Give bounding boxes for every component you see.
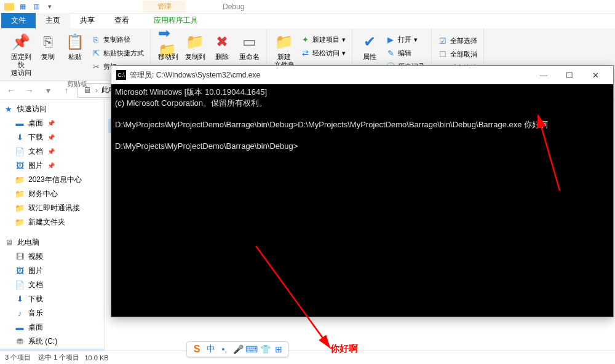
properties-button[interactable]: ✔属性 [356, 31, 383, 62]
tab-file[interactable]: 文件 [1, 13, 36, 28]
video-icon: 🎞 [15, 252, 25, 262]
pin-icon: 📌 [47, 162, 55, 169]
ime-punct-icon[interactable]: •, [219, 344, 230, 355]
sidebar-item-downloads2[interactable]: ⬇下载 [0, 292, 104, 306]
cmd-output[interactable]: Microsoft Windows [版本 10.0.19044.1645] (… [111, 84, 613, 154]
easy-access-icon: ⇄ [300, 48, 310, 58]
sidebar-item-pictures[interactable]: 🖼图片📌 [0, 159, 104, 173]
maximize-button[interactable]: ☐ [557, 66, 582, 84]
pin-icon: 📌 [47, 134, 55, 141]
document-icon: 📄 [15, 147, 25, 157]
star-icon: ★ [4, 105, 14, 114]
sidebar-item-folder1[interactable]: 📁2023年信息中心 [0, 173, 104, 187]
copy-path-icon: ⎘ [91, 34, 101, 44]
sidebar-item-folder3[interactable]: 📁双汇即时通讯接 [0, 201, 104, 215]
close-button[interactable]: ✕ [582, 66, 608, 84]
move-to-button[interactable]: ➡📁移动到 [154, 31, 181, 62]
status-size: 10.0 KB [84, 354, 108, 362]
folder-icon: 📁 [15, 189, 25, 199]
sidebar-item-desktop[interactable]: ▬桌面📌 [0, 116, 104, 130]
sidebar-item-drive-c[interactable]: ⛃系统 (C:) [0, 334, 104, 349]
folder-icon: 📁 [15, 175, 25, 185]
select-none-button[interactable]: ☐全部取消 [435, 48, 480, 60]
sidebar-item-folder4[interactable]: 📁新建文件夹 [0, 215, 104, 229]
edit-icon: ✎ [386, 48, 395, 58]
rename-button[interactable]: ▭重命名 [236, 31, 263, 62]
edit-button[interactable]: ✎编辑 [383, 47, 427, 59]
pin-quick-access-button[interactable]: 📌 固定到快 速访问 [7, 31, 34, 78]
new-folder-icon: 📁 [274, 32, 294, 52]
status-bar: 3 个项目 选中 1 个项目 10.0 KB [0, 350, 615, 364]
paste-button[interactable]: 📋 粘贴 [62, 31, 89, 62]
qat-new-folder-icon[interactable]: ▥ [31, 1, 42, 12]
pc-icon: 🖥 [82, 85, 92, 95]
delete-button[interactable]: ✖删除 [208, 31, 236, 62]
sidebar-item-folder2[interactable]: 📁财务中心 [0, 187, 104, 201]
pin-icon: 📌 [47, 120, 55, 127]
sidebar-item-music[interactable]: ♪音乐 [0, 306, 104, 320]
picture-icon: 🖼 [15, 266, 25, 276]
sidebar-item-downloads[interactable]: ⬇下载📌 [0, 130, 104, 144]
folder-icon [4, 1, 15, 12]
new-item-icon: ✦ [300, 34, 310, 44]
cmd-titlebar[interactable]: C:\ 管理员: C:\Windows\System32\cmd.exe — ☐… [111, 66, 613, 84]
sidebar-item-pictures2[interactable]: 🖼图片 [0, 264, 104, 278]
title-bar: ▦ ▥ ▾ 管理 Debug [0, 0, 615, 14]
download-icon: ⬇ [15, 133, 25, 143]
drive-icon: ⛃ [15, 337, 25, 347]
qat-properties-icon[interactable]: ▦ [17, 1, 28, 12]
rename-icon: ▭ [239, 32, 259, 52]
folder-icon: 📁 [15, 218, 25, 228]
new-folder-button[interactable]: 📁新建 文件夹 [271, 31, 298, 70]
nav-back-button[interactable]: ← [4, 83, 18, 98]
nav-recent-button[interactable]: ▾ [41, 83, 55, 98]
annotation-label: 你好啊 [330, 343, 358, 355]
new-item-button[interactable]: ✦新建项目 ▾ [298, 33, 348, 46]
open-button[interactable]: ▶打开 ▾ [383, 33, 427, 46]
download-icon: ⬇ [15, 295, 25, 304]
nav-up-button[interactable]: ↑ [59, 83, 74, 98]
copy-path-button[interactable]: ⎘复制路径 [89, 33, 146, 46]
pin-icon: 📌 [47, 148, 55, 155]
status-count: 3 个项目 [5, 353, 31, 362]
sidebar-item-desktop2[interactable]: ▬桌面 [0, 320, 104, 334]
picture-icon: 🖼 [15, 161, 25, 171]
ime-mode-button[interactable]: 中 [205, 344, 216, 355]
ribbon-tabs: 文件 主页 共享 查看 应用程序工具 [0, 14, 615, 28]
sidebar-item-video[interactable]: 🎞视频 [0, 250, 104, 264]
desktop-icon: ▬ [15, 323, 25, 333]
context-tab-header: 管理 [143, 1, 186, 12]
ime-skin-icon[interactable]: 👕 [260, 344, 271, 355]
paste-shortcut-button[interactable]: ⇱粘贴快捷方式 [89, 47, 146, 59]
sogou-logo-icon[interactable]: S [191, 343, 203, 355]
delete-icon: ✖ [212, 32, 232, 52]
desktop-icon: ▬ [15, 119, 25, 129]
copy-button[interactable]: ⎘ 复制 [34, 31, 62, 62]
nav-forward-button[interactable]: → [22, 83, 37, 98]
minimize-button[interactable]: — [531, 66, 557, 84]
extra-tab: Debug [213, 0, 254, 14]
move-icon: ➡📁 [158, 32, 178, 52]
easy-access-button[interactable]: ⇄轻松访问 ▾ [298, 47, 348, 59]
cut-icon: ✂ [91, 61, 101, 71]
sidebar: ★快速访问 ▬桌面📌 ⬇下载📌 📄文档📌 🖼图片📌 📁2023年信息中心 📁财务… [0, 100, 105, 350]
sidebar-item-documents[interactable]: 📄文档📌 [0, 144, 104, 159]
cmd-window: C:\ 管理员: C:\Windows\System32\cmd.exe — ☐… [111, 65, 614, 317]
ime-keyboard-icon[interactable]: ⌨ [246, 344, 257, 355]
ime-mic-icon[interactable]: 🎤 [232, 344, 244, 355]
music-icon: ♪ [15, 309, 25, 318]
copy-to-button[interactable]: 📁复制到 [181, 31, 208, 62]
select-all-button[interactable]: ☑全部选择 [435, 34, 480, 47]
sidebar-item-documents2[interactable]: 📄文档 [0, 278, 104, 292]
properties-icon: ✔ [360, 32, 379, 52]
copy-to-icon: 📁 [185, 32, 205, 52]
tab-share[interactable]: 共享 [70, 13, 105, 28]
select-none-icon: ☐ [438, 49, 448, 59]
qat-customize-icon[interactable]: ▾ [44, 1, 55, 12]
sidebar-quick-header[interactable]: ★快速访问 [0, 102, 104, 116]
ime-menu-icon[interactable]: ⊞ [273, 344, 284, 355]
ime-toolbar[interactable]: S 中 •, 🎤 ⌨ 👕 ⊞ [186, 341, 288, 357]
sidebar-pc-header[interactable]: 🖥此电脑 [0, 235, 104, 250]
tab-view[interactable]: 查看 [105, 13, 139, 28]
tab-home[interactable]: 主页 [36, 13, 70, 28]
